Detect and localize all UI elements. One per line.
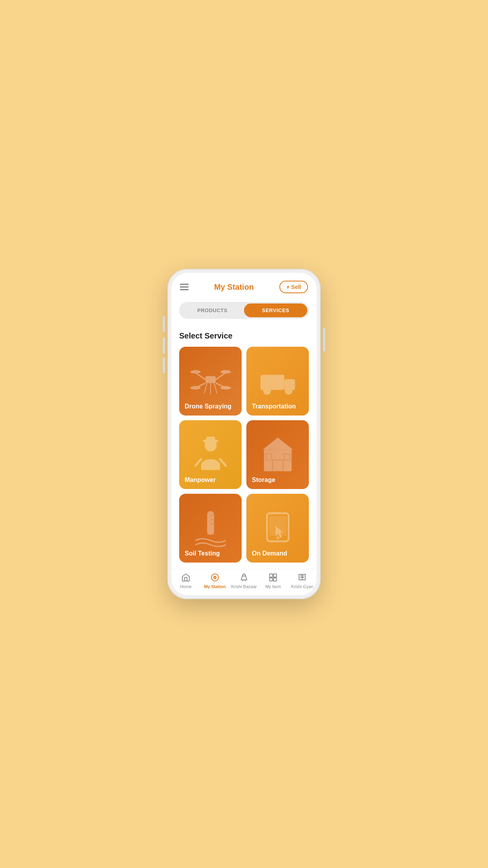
svg-point-38 [276,536,279,539]
header: My Station + Sell [171,273,317,299]
service-grid: Drone Spraying [179,347,309,563]
svg-rect-28 [272,460,283,471]
service-card-manpower[interactable]: Manpower [179,420,242,489]
tabs-row: PRODUCTS SERVICES [179,302,309,319]
phone-shell: My Station + Sell PRODUCTS SERVICES Sele… [167,269,321,599]
svg-line-1 [195,373,205,380]
svg-rect-29 [266,454,272,460]
svg-rect-32 [207,524,214,535]
svg-point-18 [287,389,290,392]
service-card-ondemand[interactable]: On Demand [246,494,309,563]
svg-point-41 [215,577,216,578]
svg-point-16 [265,389,269,392]
svg-rect-47 [270,578,273,581]
hamburger-menu-button[interactable] [180,284,189,290]
service-card-storage[interactable]: Storage [246,420,309,489]
svg-rect-0 [205,376,215,383]
phone-screen: My Station + Sell PRODUCTS SERVICES Sele… [171,273,317,595]
svg-rect-30 [284,454,290,460]
svg-rect-48 [273,578,277,581]
nav-gyan-label: Krishi Gyan [291,584,314,589]
nav-bazaar[interactable]: Krishi Bazaar [229,572,259,589]
page-title: My Station [214,283,254,292]
svg-rect-23 [206,436,215,441]
nav-farm[interactable]: My farm [259,572,288,589]
svg-line-11 [214,383,217,393]
tabs-container: PRODUCTS SERVICES [171,299,317,325]
gyan-icon [297,572,307,583]
svg-point-7 [190,386,200,390]
nav-farm-label: My farm [265,584,281,589]
farm-icon [268,572,278,583]
svg-marker-26 [262,438,293,450]
service-card-soil[interactable]: Soil Testing [179,494,242,563]
soil-testing-label: Soil Testing [185,550,220,557]
drone-spraying-label: Drone Spraying [185,403,231,410]
nav-gyan[interactable]: Krishi Gyan [288,572,317,589]
mystation-icon [210,572,220,583]
transportation-label: Transportation [252,403,296,410]
main-content: Select Service [171,325,317,569]
service-card-transport[interactable]: Transportation [246,347,309,416]
nav-mystation[interactable]: My Station [200,572,229,589]
svg-line-2 [216,373,226,380]
svg-line-25 [220,459,226,466]
service-card-drone[interactable]: Drone Spraying [179,347,242,416]
svg-point-42 [243,574,245,576]
section-title: Select Service [179,331,309,340]
nav-mystation-label: My Station [204,584,226,589]
nav-home[interactable]: Home [171,572,200,589]
svg-line-9 [204,383,207,393]
svg-point-8 [220,386,231,390]
svg-point-5 [190,370,200,373]
svg-point-6 [220,370,231,373]
sell-button[interactable]: + Sell [279,281,308,293]
nav-bazaar-label: Krishi Bazaar [231,584,257,589]
bazaar-icon [239,572,249,583]
svg-line-24 [195,459,201,466]
tab-products[interactable]: PRODUCTS [181,303,244,317]
storage-label: Storage [252,476,275,484]
tab-services[interactable]: SERVICES [244,303,307,317]
svg-rect-46 [273,574,277,577]
svg-rect-14 [285,380,293,385]
nav-home-label: Home [180,584,191,589]
manpower-label: Manpower [185,476,216,484]
svg-rect-45 [270,574,273,577]
bottom-nav: Home My Station [171,569,317,595]
home-icon [181,572,191,583]
ondemand-label: On Demand [252,550,287,557]
